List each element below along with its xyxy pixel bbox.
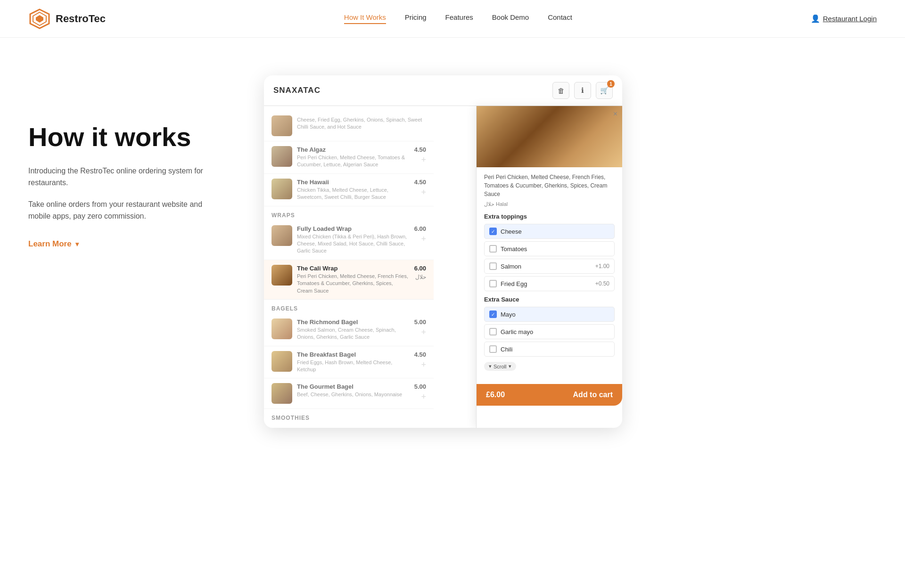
topping-option-tomatoes[interactable]: Tomatoes [484, 241, 615, 256]
nav-book-demo[interactable]: Book Demo [492, 13, 529, 24]
svg-marker-2 [36, 15, 43, 23]
logo-icon [28, 8, 51, 30]
scroll-button[interactable]: ▾ Scroll ▾ [484, 362, 516, 371]
nav-pricing[interactable]: Pricing [405, 13, 427, 24]
cart-icon-button[interactable]: 🛒 1 [596, 82, 613, 99]
item-thumbnail [272, 383, 292, 404]
hero-section: How it works Introducing the RestroTec o… [0, 38, 905, 462]
topping-price: +1.00 [595, 263, 609, 270]
list-item[interactable]: Fully Loaded Wrap Mixed Chicken (Tikka &… [264, 220, 434, 260]
item-desc: Peri Peri Chicken, Melted Cheese, Tomato… [297, 154, 410, 169]
topping-label: Fried Egg [501, 280, 527, 287]
app-mockup: SNAXATAC 🗑 ℹ 🛒 1 [264, 75, 622, 428]
item-add-icon[interactable]: + [421, 234, 426, 244]
item-desc: Beef, Cheese, Gherkins, Onions, Mayonnai… [297, 391, 410, 398]
sauce-label: Mayo [501, 311, 516, 318]
item-info: The Richmond Bagel Smoked Salmon, Cream … [297, 318, 410, 341]
checkbox-salmon [489, 262, 497, 270]
hero-desc2: Take online orders from your restaurant … [28, 198, 226, 222]
item-add-icon[interactable]: + [421, 360, 426, 370]
list-item-selected[interactable]: The Cali Wrap Peri Peri Chicken, Melted … [264, 260, 434, 300]
item-desc: Smoked Salmon, Cream Cheese, Spinach, On… [297, 327, 410, 341]
item-add-icon[interactable]: + [421, 392, 426, 402]
navbar: RestroTec How It Works Pricing Features … [0, 0, 905, 38]
menu-section-header: BAGELS [264, 300, 434, 314]
checkbox-tomatoes [489, 245, 497, 253]
add-to-cart-bar[interactable]: £6.00 Add to cart [477, 384, 622, 406]
topping-option-salmon[interactable]: Salmon +1.00 [484, 259, 615, 274]
nav-features[interactable]: Features [445, 13, 473, 24]
item-add-icon[interactable]: + [421, 188, 426, 197]
mockup-brand-name: SNAXATAC [273, 86, 321, 95]
logo[interactable]: RestroTec [28, 8, 106, 30]
trash-icon-button[interactable]: 🗑 [552, 82, 569, 99]
extra-sauce-title: Extra Sauce [484, 296, 615, 303]
item-right: 4.50 + [414, 179, 426, 197]
sauce-label: Chili [501, 346, 512, 353]
item-add-icon[interactable]: + [421, 327, 426, 337]
item-right: 6.00 + [414, 225, 426, 244]
item-desc: Fried Eggs, Hash Brown, Melted Cheese, K… [297, 359, 410, 374]
item-price: 6.00 [414, 225, 426, 232]
list-item[interactable]: The Richmond Bagel Smoked Salmon, Cream … [264, 314, 434, 346]
sauce-option-garlic-mayo[interactable]: Garlic mayo [484, 324, 615, 339]
halal-label: حلال [415, 274, 426, 280]
item-detail-panel: × Peri Peri Chicken, Melted Cheese, Fren… [476, 106, 622, 428]
sauce-label: Garlic mayo [501, 328, 533, 335]
item-thumbnail [272, 115, 292, 136]
list-item[interactable]: The Gourmet Bagel Beef, Cheese, Gherkins… [264, 378, 434, 409]
item-desc: Cheese, Fried Egg, Gherkins, Onions, Spi… [297, 116, 426, 131]
item-detail-desc: Peri Peri Chicken, Melted Cheese, French… [484, 173, 615, 198]
list-item[interactable]: The Algaz Peri Peri Chicken, Melted Chee… [264, 141, 434, 174]
item-thumbnail [272, 146, 292, 167]
item-thumbnail [272, 318, 292, 339]
item-right: 6.00 حلال [414, 265, 426, 280]
item-info: The Algaz Peri Peri Chicken, Melted Chee… [297, 146, 410, 169]
hero-title: How it works [28, 122, 226, 152]
item-name: The Algaz [297, 146, 410, 153]
close-icon[interactable]: × [613, 110, 617, 118]
topping-price: +0.50 [595, 280, 609, 287]
item-price: 5.00 [414, 318, 426, 326]
item-detail-image [477, 106, 622, 167]
menu-list: Cheese, Fried Egg, Gherkins, Onions, Spi… [264, 106, 434, 428]
item-thumbnail [272, 351, 292, 372]
brand-name: RestroTec [56, 13, 106, 25]
extra-toppings-title: Extra toppings [484, 213, 615, 220]
mockup-header: SNAXATAC 🗑 ℹ 🛒 1 [264, 75, 622, 106]
item-thumbnail [272, 265, 292, 286]
item-right: 5.00 + [414, 318, 426, 337]
sauce-option-chili[interactable]: Chili [484, 342, 615, 357]
add-to-cart-label: Add to cart [573, 391, 613, 399]
item-name: The Breakfast Bagel [297, 351, 410, 358]
topping-option-cheese[interactable]: ✓ Cheese [484, 224, 615, 239]
learn-more-label: Learn More [28, 239, 72, 249]
item-name: Fully Loaded Wrap [297, 225, 410, 232]
cart-badge: 1 [607, 80, 615, 88]
list-item[interactable]: Cheese, Fried Egg, Gherkins, Onions, Spi… [264, 111, 434, 141]
menu-section-header: SMOOTHIES [264, 409, 434, 423]
item-add-icon[interactable]: + [421, 155, 426, 165]
learn-more-link[interactable]: Learn More ▾ [28, 239, 226, 249]
item-info: The Breakfast Bagel Fried Eggs, Hash Bro… [297, 351, 410, 374]
item-name: The Richmond Bagel [297, 318, 410, 326]
mockup-header-icons: 🗑 ℹ 🛒 1 [552, 82, 613, 99]
item-info: The Gourmet Bagel Beef, Cheese, Gherkins… [297, 383, 410, 398]
checkbox-cheese: ✓ [489, 228, 497, 235]
restaurant-login-link[interactable]: Restaurant Login [823, 15, 877, 23]
item-name: The Hawaii [297, 179, 410, 186]
list-item[interactable]: The Breakfast Bagel Fried Eggs, Hash Bro… [264, 346, 434, 379]
item-detail-halal: حلال Halal [484, 201, 615, 207]
nav-how-it-works[interactable]: How It Works [344, 13, 386, 24]
checkbox-garlic-mayo [489, 328, 497, 335]
menu-section-header: WRAPS [264, 206, 434, 220]
item-info: Fully Loaded Wrap Mixed Chicken (Tikka &… [297, 225, 410, 255]
list-item[interactable]: The Hawaii Chicken Tikka, Melted Cheese,… [264, 174, 434, 206]
hero-right: SNAXATAC 🗑 ℹ 🛒 1 [264, 66, 877, 428]
nav-contact[interactable]: Contact [548, 13, 572, 24]
topping-label: Tomatoes [501, 245, 527, 253]
item-info: Cheese, Fried Egg, Gherkins, Onions, Spi… [297, 115, 426, 131]
sauce-option-mayo[interactable]: ✓ Mayo [484, 307, 615, 322]
info-icon-button[interactable]: ℹ [574, 82, 591, 99]
topping-option-fried-egg[interactable]: Fried Egg +0.50 [484, 276, 615, 291]
